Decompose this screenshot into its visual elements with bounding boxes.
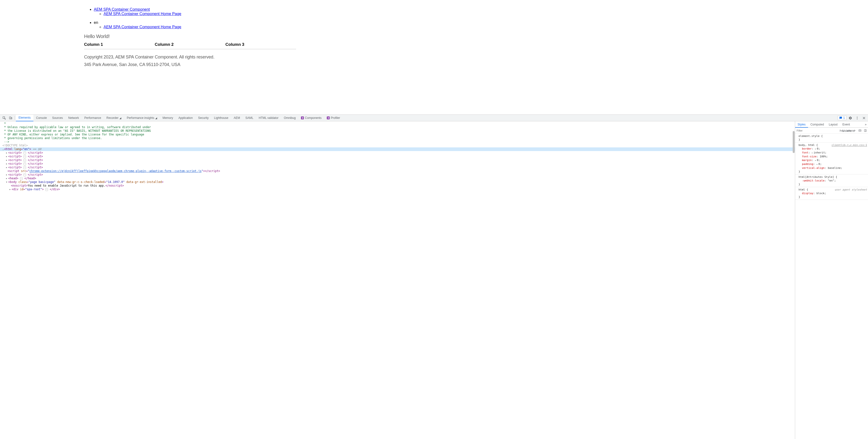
nav-link-home[interactable]: AEM SPA Container Component Home Page: [103, 12, 181, 16]
nav-item: AEM SPA Container Component AEM SPA Cont…: [94, 7, 784, 16]
nav-list-1: AEM SPA Container Component AEM SPA Cont…: [84, 7, 784, 16]
column-row: Column 1 Column 2 Column 3: [84, 42, 296, 49]
nav-label-en: en: [94, 21, 98, 25]
nav-sublist: AEM SPA Container Component Home Page: [94, 12, 784, 16]
nav-link-root[interactable]: AEM SPA Container Component: [94, 7, 150, 11]
column-2-header: Column 2: [155, 42, 225, 47]
page-content: AEM SPA Container Component AEM SPA Cont…: [0, 0, 868, 72]
nav-subitem: AEM SPA Container Component Home Page: [103, 12, 784, 16]
address-text: 345 Park Avenue, San Jose, CA 95110-2704…: [84, 62, 784, 67]
nav-link-home-2[interactable]: AEM SPA Container Component Home Page: [103, 25, 181, 29]
nav-item: en AEM SPA Container Component Home Page: [94, 21, 784, 29]
nav-sublist: AEM SPA Container Component Home Page: [94, 25, 784, 29]
column-1-header: Column 1: [84, 42, 155, 47]
copyright-text: Copyright 2023, AEM SPA Container Compon…: [84, 55, 784, 60]
hello-world-text: Hello World!: [84, 34, 784, 39]
nav-subitem: AEM SPA Container Component Home Page: [103, 25, 784, 29]
nav-list-2: en AEM SPA Container Component Home Page: [84, 21, 784, 29]
column-3-header: Column 3: [225, 42, 296, 47]
